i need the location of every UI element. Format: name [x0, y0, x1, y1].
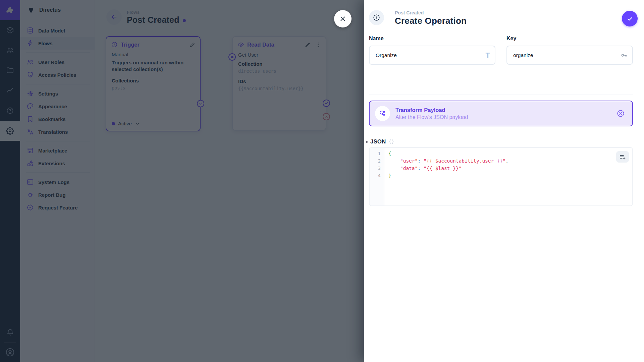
drawer-breadcrumb[interactable]: Post Created — [395, 10, 467, 15]
transform-icon — [375, 106, 390, 121]
section-divider — [369, 95, 633, 95]
json-editor-code[interactable]: { "user": "{{ $accountability.user }}", … — [385, 148, 632, 205]
key-field-label: Key — [506, 36, 633, 42]
check-icon — [626, 15, 634, 22]
json-code-editor[interactable]: 1234 { "user": "{{ $accountability.user … — [369, 147, 633, 206]
key-input[interactable] — [506, 46, 633, 65]
json-field-header: JSON — [366, 138, 633, 145]
json-field-label: JSON — [370, 138, 386, 145]
transform-card-title: Transform Payload — [395, 107, 468, 113]
drawer-title: Create Operation — [395, 16, 467, 26]
title-icon: T — [486, 52, 490, 59]
name-input[interactable] — [369, 46, 495, 65]
remove-transform-button[interactable] — [616, 109, 625, 118]
insert-field-button[interactable] — [616, 151, 629, 163]
required-dot — [366, 141, 368, 143]
drawer-content: Name T Key — [364, 36, 644, 206]
transform-payload-card[interactable]: Transform Payload Alter the Flow's JSON … — [369, 101, 633, 126]
close-drawer-button[interactable] — [334, 10, 352, 27]
key-icon — [620, 52, 628, 59]
cancel-circle-icon — [616, 109, 625, 118]
json-editor-gutter: 1234 — [370, 148, 384, 205]
data-object-icon — [388, 139, 394, 145]
create-operation-drawer: Post Created Create Operation Name T Key — [364, 0, 644, 362]
save-operation-button[interactable] — [622, 11, 638, 26]
playlist-add-icon — [619, 154, 626, 160]
drawer-header: Post Created Create Operation — [364, 0, 644, 26]
operation-header-icon-button[interactable] — [369, 10, 384, 25]
flash-circle-icon — [373, 14, 380, 21]
name-field-label: Name — [369, 36, 495, 42]
transform-card-subtitle: Alter the Flow's JSON payload — [395, 114, 468, 120]
close-icon — [339, 15, 346, 22]
